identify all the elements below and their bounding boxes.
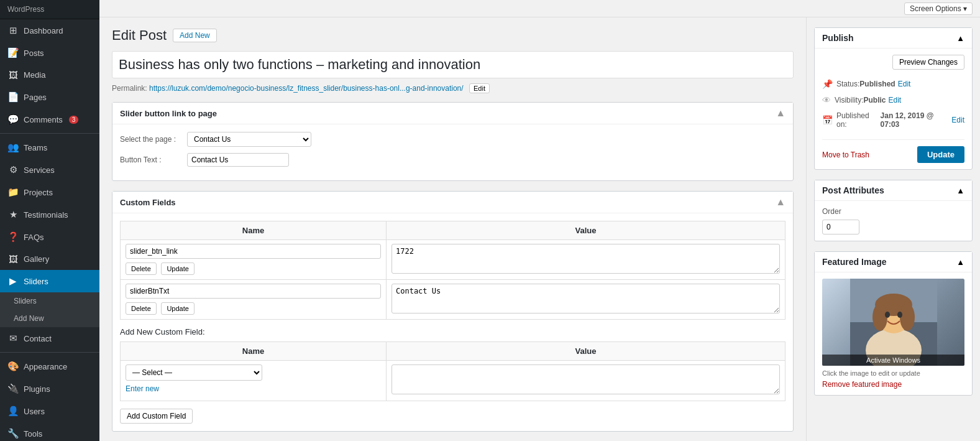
- visibility-edit-link[interactable]: Edit: [888, 96, 901, 104]
- sidebar-item-tools[interactable]: 🔧 Tools: [0, 422, 99, 441]
- editor-area: Edit Post Add New Permalink: https://luz…: [99, 17, 806, 441]
- status-edit-link[interactable]: Edit: [898, 80, 911, 88]
- add-cf-select[interactable]: — Select —: [126, 364, 262, 381]
- publish-metabox-header: Publish ▲: [815, 28, 972, 49]
- sidebar-sub-add-new[interactable]: Add New: [0, 310, 99, 327]
- main: Screen Options ▾ Edit Post Add New Perma…: [99, 0, 980, 441]
- select-page-dropdown[interactable]: Contact Us: [187, 132, 311, 147]
- custom-fields-toggle[interactable]: ▲: [776, 197, 785, 208]
- add-cf-select-cell: — Select — Enter new: [121, 361, 387, 401]
- custom-fields-header[interactable]: Custom Fields ▲: [112, 192, 793, 213]
- sidebar-item-projects[interactable]: 📁 Projects: [0, 181, 99, 203]
- post-attributes-toggle[interactable]: ▲: [956, 186, 964, 195]
- post-attributes-title: Post Attributes: [822, 185, 884, 195]
- featured-image[interactable]: Activate Windows: [822, 279, 964, 366]
- publish-metabox: Publish ▲ Preview Changes 📌 Status: Publ…: [814, 27, 973, 170]
- sidebar-label-media: Media: [24, 70, 45, 80]
- featured-image-body: Activate Windows Click the image to edit…: [815, 272, 972, 395]
- published-value: Jan 12, 2019 @ 07:03: [881, 111, 950, 129]
- slider-metabox-title: Slider button link to page: [120, 109, 217, 118]
- publish-date-row: 📅 Published on: Jan 12, 2019 @ 07:03 Edi…: [822, 108, 964, 132]
- sidebar-item-comments[interactable]: 💬 Comments 3: [0, 108, 99, 131]
- order-input[interactable]: [822, 220, 859, 234]
- cf-row-2-value-textarea[interactable]: Contact Us: [392, 284, 780, 313]
- cf-row-1-value-textarea[interactable]: 1722: [392, 244, 780, 274]
- custom-fields-body: Name Value Delete Update: [112, 213, 793, 431]
- publish-toggle[interactable]: ▲: [956, 34, 964, 43]
- add-new-button[interactable]: Add New: [173, 29, 217, 42]
- visibility-label: Visibility:: [835, 96, 863, 104]
- cf-row-2-delete-btn[interactable]: Delete: [126, 302, 157, 315]
- remove-featured-image-link[interactable]: Remove featured image: [822, 380, 902, 389]
- sidebar-sub-sliders-main[interactable]: Sliders: [0, 292, 99, 310]
- content-area: Edit Post Add New Permalink: https://luz…: [99, 17, 980, 441]
- sidebar: WordPress ⊞ Dashboard 📝 Posts 🖼 Media 📄 …: [0, 0, 99, 441]
- publish-metabox-body: Preview Changes 📌 Status: Published Edit…: [815, 49, 972, 169]
- screen-options-button[interactable]: Screen Options ▾: [904, 2, 973, 15]
- tools-icon: 🔧: [7, 428, 19, 439]
- cf-col-value: Value: [387, 221, 785, 240]
- sidebar-item-teams[interactable]: 👥 Teams: [0, 136, 99, 159]
- slider-button-metabox: Slider button link to page ▲ Select the …: [112, 102, 794, 181]
- sidebar-label-contact: Contact: [24, 334, 52, 343]
- sidebar-divider-2: [0, 352, 99, 353]
- featured-image-wrap[interactable]: Activate Windows: [822, 279, 964, 369]
- edit-permalink-button[interactable]: Edit: [469, 83, 490, 93]
- sidebar-item-contact[interactable]: ✉ Contact: [0, 327, 99, 350]
- pages-icon: 📄: [7, 91, 19, 103]
- sidebar-brand: WordPress: [0, 0, 99, 19]
- status-icon: 📌: [822, 79, 833, 89]
- sub-addnew-label: Add New: [14, 314, 44, 323]
- sidebar-label-teams: Teams: [24, 143, 47, 152]
- post-title-input[interactable]: [112, 51, 794, 78]
- button-text-input[interactable]: [187, 153, 289, 167]
- cf-row-1-value-cell: 1722: [387, 240, 785, 280]
- sidebar-item-faqs[interactable]: ❓ FAQs: [0, 226, 99, 248]
- right-sidebar: Publish ▲ Preview Changes 📌 Status: Publ…: [806, 17, 980, 441]
- sidebar-label-gallery: Gallery: [24, 254, 49, 264]
- cf-row-1-name-input[interactable]: [126, 244, 381, 259]
- sub-sliders-label: Sliders: [14, 297, 37, 305]
- sidebar-item-posts[interactable]: 📝 Posts: [0, 42, 99, 64]
- add-cf-value-textarea[interactable]: [392, 364, 780, 394]
- sidebar-item-appearance[interactable]: 🎨 Appearance: [0, 355, 99, 378]
- sidebar-item-users[interactable]: 👤 Users: [0, 400, 99, 422]
- sidebar-item-gallery[interactable]: 🖼 Gallery: [0, 248, 99, 270]
- sidebar-item-testimonials[interactable]: ★ Testimonials: [0, 203, 99, 226]
- move-trash-link[interactable]: Move to Trash: [822, 151, 869, 159]
- featured-image-toggle[interactable]: ▲: [956, 258, 964, 267]
- sidebar-label-projects: Projects: [24, 188, 53, 197]
- custom-fields-title: Custom Fields: [120, 198, 176, 207]
- testimonials-icon: ★: [7, 209, 19, 220]
- sidebar-item-services[interactable]: ⚙ Services: [0, 159, 99, 181]
- sidebar-item-plugins[interactable]: 🔌 Plugins: [0, 378, 99, 400]
- published-edit-link[interactable]: Edit: [951, 116, 964, 124]
- sidebar-item-media[interactable]: 🖼 Media: [0, 64, 99, 86]
- preview-changes-button[interactable]: Preview Changes: [892, 55, 964, 70]
- sidebar-item-pages[interactable]: 📄 Pages: [0, 86, 99, 108]
- teams-icon: 👥: [7, 142, 19, 153]
- dashboard-icon: ⊞: [7, 25, 19, 36]
- permalink-link[interactable]: https://luzuk.com/demo/negocio-business/…: [149, 84, 464, 93]
- add-custom-field-button[interactable]: Add Custom Field: [120, 409, 193, 424]
- enter-new-link[interactable]: Enter new: [126, 384, 381, 393]
- custom-fields-metabox: Custom Fields ▲ Name Value: [112, 191, 794, 432]
- featured-image-caption: Click the image to edit or update: [822, 369, 964, 377]
- cf-row-1-delete-btn[interactable]: Delete: [126, 262, 157, 275]
- slider-metabox-header[interactable]: Slider button link to page ▲: [112, 103, 793, 124]
- sidebar-item-sliders[interactable]: ▶ Sliders: [0, 270, 99, 292]
- activate-windows-text: Activate Windows: [822, 355, 964, 366]
- contact-icon: ✉: [7, 333, 19, 344]
- cf-row-2-name-input[interactable]: [126, 284, 381, 299]
- sidebar-sub-sliders: Sliders Add New: [0, 292, 99, 327]
- cf-row-2-name-cell: Delete Update: [121, 280, 387, 320]
- cf-row-1-update-btn[interactable]: Update: [161, 262, 194, 275]
- comments-icon: 💬: [7, 114, 19, 125]
- sidebar-label-testimonials: Testimonials: [24, 210, 68, 220]
- slider-metabox-toggle[interactable]: ▲: [776, 108, 785, 119]
- faqs-icon: ❓: [7, 231, 19, 243]
- update-button[interactable]: Update: [917, 146, 964, 163]
- cf-row-2-update-btn[interactable]: Update: [161, 302, 194, 315]
- featured-image-metabox: Featured Image ▲: [814, 251, 973, 396]
- sidebar-item-dashboard[interactable]: ⊞ Dashboard: [0, 19, 99, 42]
